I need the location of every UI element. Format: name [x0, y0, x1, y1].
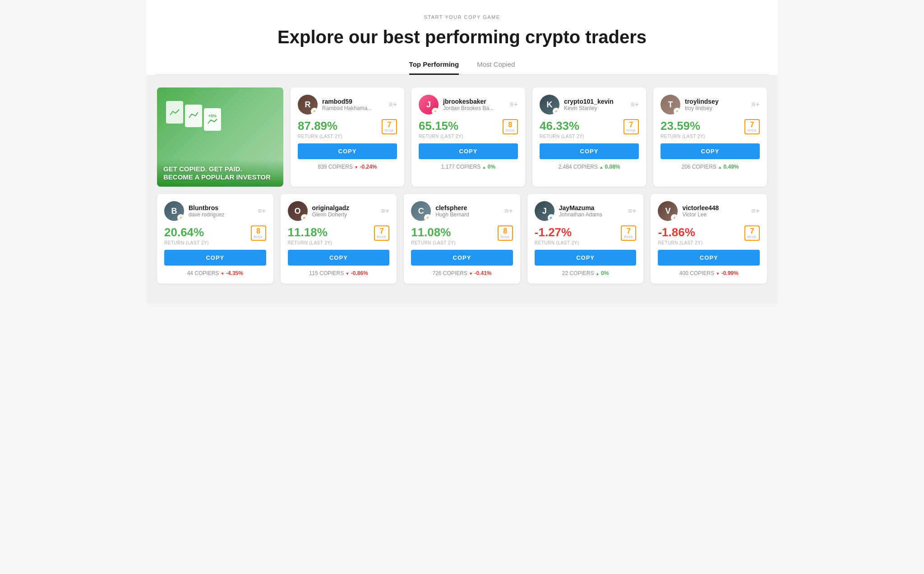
card-header: C ★ clefsphere Hugh Bernard ≡+ [411, 201, 513, 221]
avatar: V ★ [658, 201, 678, 221]
copy-button[interactable]: COPY [535, 250, 637, 266]
trader-username: victorlee448 [682, 204, 719, 211]
stats-row: 11.08% RETURN (LAST 2Y) 8 RISK [411, 225, 513, 245]
star-badge: ★ [432, 108, 439, 115]
promo-headline-1: GET COPIED. GET PAID. [163, 165, 277, 173]
menu-icon[interactable]: ≡+ [258, 207, 266, 215]
trader-names: rambod59 Rambod Hakhama... [322, 98, 372, 111]
trader-names: JayMazuma Johnathan Adams [559, 204, 602, 218]
copy-button[interactable]: COPY [288, 250, 390, 266]
trader-info: O ★ originalgadz Glenn Doherty [288, 201, 349, 221]
trader-card-bluntbros: B ★ Bluntbros dave rodriguez ≡+ 20.64% R… [157, 194, 273, 284]
promo-chart-icon: +5% [166, 101, 221, 124]
stats-row: -1.86% RETURN (LAST 2Y) 7 RISK [658, 225, 760, 245]
avatar: J ★ [419, 95, 439, 115]
grid-row-2: B ★ Bluntbros dave rodriguez ≡+ 20.64% R… [157, 194, 767, 284]
return-label: RETURN (LAST 2Y) [535, 240, 579, 245]
menu-icon[interactable]: ≡+ [509, 101, 518, 109]
risk-number: 8 [508, 121, 513, 129]
menu-icon[interactable]: ≡+ [504, 207, 513, 215]
menu-icon[interactable]: ≡+ [381, 207, 390, 215]
trader-fullname: Hugh Bernard [435, 211, 469, 218]
star-badge: ★ [548, 214, 554, 221]
trader-username: rambod59 [322, 98, 372, 105]
risk-box: 7 RISK [374, 225, 389, 241]
stats-row: 87.89% RETURN (LAST 2Y) 7 RISK [298, 119, 397, 139]
trader-card-crypto101kevin: K ★ crypto101_kevin Kevin Stanley ≡+ 46.… [532, 87, 646, 187]
risk-number: 8 [503, 228, 507, 235]
menu-icon[interactable]: ≡+ [388, 101, 397, 109]
trader-info: R ★ rambod59 Rambod Hakhama... [298, 95, 372, 115]
return-label: RETURN (LAST 2Y) [164, 240, 209, 245]
avatar: J ★ [535, 201, 554, 221]
tab-most-copied[interactable]: Most Copied [477, 60, 515, 75]
trader-fullname: Rambod Hakhama... [322, 105, 372, 111]
copiers-row: 726 COPIERS -0.41% [411, 270, 513, 276]
star-badge: ★ [424, 214, 431, 221]
main-title: Explore our best performing crypto trade… [155, 26, 769, 48]
risk-box: 8 RISK [498, 225, 513, 241]
promo-headline-2: BECOME A POPULAR INVESTOR [163, 173, 277, 181]
risk-label: RISK [748, 129, 757, 133]
return-label: RETURN (LAST 2Y) [298, 134, 342, 139]
trader-info: K ★ crypto101_kevin Kevin Stanley [540, 95, 614, 115]
stats-row: 46.33% RETURN (LAST 2Y) 7 RISK [540, 119, 639, 139]
star-badge: ★ [671, 214, 678, 221]
trader-names: troylindsey troy lindsey [685, 98, 719, 111]
tab-top-performing[interactable]: Top Performing [409, 60, 459, 75]
return-label: RETURN (LAST 2Y) [661, 134, 705, 139]
return-label: RETURN (LAST 2Y) [411, 240, 456, 245]
copy-button[interactable]: COPY [661, 143, 760, 159]
stats-row: 11.18% RETURN (LAST 2Y) 7 RISK [288, 225, 390, 245]
menu-icon[interactable]: ≡+ [751, 207, 760, 215]
header-section: START YOUR COPY GAME Explore our best pe… [146, 0, 778, 75]
tabs-bar: Top Performing Most Copied [155, 60, 769, 75]
trader-card-jbrookesbaker: J ★ jbrookesbaker Jordan Brookes Ba... ≡… [411, 87, 525, 187]
risk-label: RISK [627, 129, 636, 133]
copy-button[interactable]: COPY [658, 250, 760, 266]
trader-fullname: troy lindsey [685, 105, 719, 111]
page-wrapper: START YOUR COPY GAME Explore our best pe… [146, 0, 778, 303]
trader-card-originalgadz: O ★ originalgadz Glenn Doherty ≡+ 11.18%… [281, 194, 397, 284]
menu-icon[interactable]: ≡+ [630, 101, 639, 109]
copy-button[interactable]: COPY [419, 143, 518, 159]
grid-row-1: +5% GET COPIED. GET PAID. BECOME A POPUL… [157, 87, 767, 187]
return-label: RETURN (LAST 2Y) [540, 134, 584, 139]
trader-fullname: Kevin Stanley [564, 105, 614, 111]
copy-button[interactable]: COPY [298, 143, 397, 159]
copy-button[interactable]: COPY [540, 143, 639, 159]
return-label: RETURN (LAST 2Y) [419, 134, 463, 139]
risk-label: RISK [748, 235, 757, 239]
trader-info: J ★ jbrookesbaker Jordan Brookes Ba... [419, 95, 494, 115]
avatar: K ★ [540, 95, 559, 115]
copy-button[interactable]: COPY [164, 250, 266, 266]
trader-username: clefsphere [435, 204, 469, 211]
risk-number: 7 [380, 228, 384, 235]
copiers-row: 115 COPIERS -0.86% [288, 270, 390, 276]
trader-card-troylindsey: T ★ troylindsey troy lindsey ≡+ 23.59% R… [653, 87, 767, 187]
trader-card-jaymazuma: J ★ JayMazuma Johnathan Adams ≡+ -1.27% … [527, 194, 644, 284]
risk-number: 7 [629, 121, 633, 129]
star-badge: ★ [553, 108, 559, 115]
menu-icon[interactable]: ≡+ [751, 101, 760, 109]
start-label: START YOUR COPY GAME [155, 14, 769, 20]
copiers-row: 839 COPIERS -0.24% [298, 164, 397, 170]
trader-fullname: Jordan Brookes Ba... [443, 105, 494, 111]
promo-card[interactable]: +5% GET COPIED. GET PAID. BECOME A POPUL… [157, 87, 283, 187]
risk-box: 7 RISK [621, 225, 636, 241]
risk-box: 8 RISK [251, 225, 266, 241]
copiers-row: 44 COPIERS -4.35% [164, 270, 266, 276]
risk-box: 7 RISK [744, 225, 760, 241]
promo-text: GET COPIED. GET PAID. BECOME A POPULAR I… [157, 160, 283, 187]
return-label: RETURN (LAST 2Y) [288, 240, 333, 245]
risk-number: 8 [256, 228, 260, 235]
menu-icon[interactable]: ≡+ [628, 207, 637, 215]
return-value: 65.15% [419, 119, 463, 133]
risk-number: 7 [388, 121, 392, 129]
trader-names: clefsphere Hugh Bernard [435, 204, 469, 218]
trader-username: jbrookesbaker [443, 98, 494, 105]
risk-box: 7 RISK [382, 119, 397, 134]
copy-button[interactable]: COPY [411, 250, 513, 266]
return-value: 87.89% [298, 119, 342, 133]
risk-label: RISK [624, 235, 633, 239]
